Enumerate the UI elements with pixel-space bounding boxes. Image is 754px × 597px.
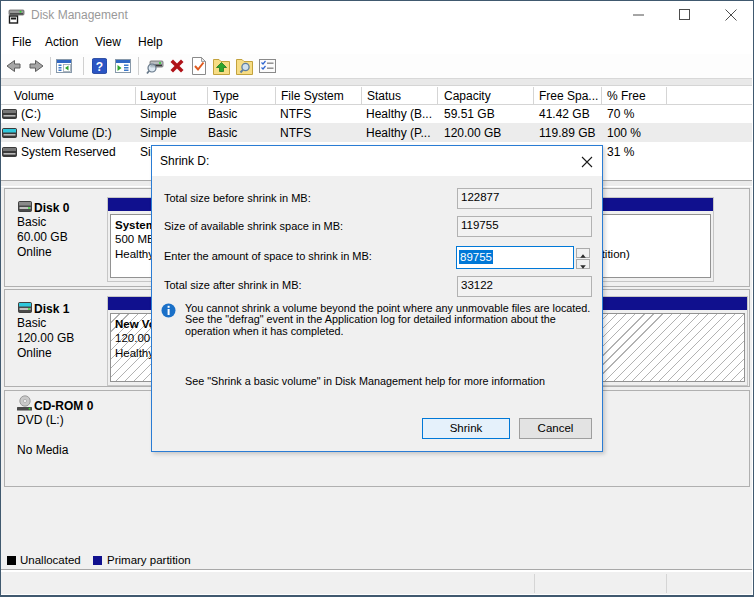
- svg-text:?: ?: [96, 60, 103, 74]
